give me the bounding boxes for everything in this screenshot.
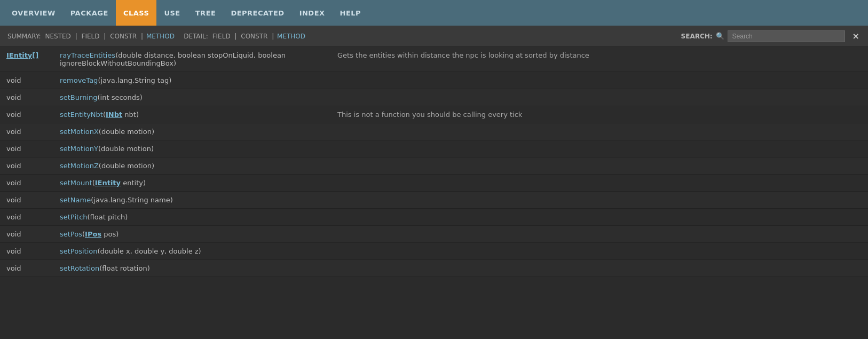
table-row: IEntity[]rayTraceEntities(double distanc…: [0, 47, 868, 72]
description-cell: [331, 140, 868, 157]
param-type-link[interactable]: INbt: [106, 111, 122, 119]
table-row: voidsetName(java.lang.String name): [0, 192, 868, 209]
method-params: (double motion): [98, 145, 154, 153]
return-type-cell: void: [0, 106, 53, 123]
description-cell: [331, 260, 868, 277]
method-sig-cell: setEntityNbt(INbt nbt): [53, 106, 331, 123]
return-type-cell: void: [0, 175, 53, 192]
detail-method[interactable]: METHOD: [277, 33, 305, 40]
second-bar: SUMMARY: NESTED | FIELD | CONSTR | METHO…: [0, 26, 868, 47]
method-params: (float rotation): [99, 264, 149, 272]
return-type-cell: void: [0, 123, 53, 140]
method-link[interactable]: setMount: [60, 179, 92, 187]
return-type-cell: void: [0, 209, 53, 226]
top-navigation: OVERVIEW PACKAGE CLASS USE TREE DEPRECAT…: [0, 0, 868, 26]
nav-help[interactable]: HELP: [333, 0, 369, 26]
method-params: (java.lang.String tag): [98, 76, 171, 84]
description-cell: [331, 243, 868, 260]
nav-use[interactable]: USE: [156, 0, 187, 26]
method-params-post: entity): [121, 179, 146, 187]
search-input[interactable]: [728, 30, 845, 42]
summary-nested: NESTED: [45, 33, 71, 40]
description-cell: [331, 226, 868, 243]
description-cell: [331, 157, 868, 175]
table-row: voidsetMotionY(double motion): [0, 140, 868, 157]
method-link[interactable]: removeTag: [60, 76, 98, 84]
table-row: voidsetBurning(int seconds): [0, 89, 868, 106]
description-cell: [331, 209, 868, 226]
table-row: voidremoveTag(java.lang.String tag): [0, 72, 868, 89]
method-params: (double x, double y, double z): [97, 247, 201, 255]
summary-navigation: SUMMARY: NESTED | FIELD | CONSTR | METHO…: [6, 33, 305, 40]
summary-label: SUMMARY:: [7, 33, 41, 40]
table-row: voidsetMotionZ(double motion): [0, 157, 868, 175]
description-cell: [331, 192, 868, 209]
method-params: (double motion): [99, 128, 154, 136]
search-icon: 🔍: [716, 32, 724, 40]
nav-index[interactable]: INDEX: [292, 0, 333, 26]
method-link[interactable]: setMotionZ: [60, 162, 99, 170]
description-cell: [331, 89, 868, 106]
detail-field: FIELD: [212, 33, 231, 40]
table-row: voidsetEntityNbt(INbt nbt)This is not a …: [0, 106, 868, 123]
method-link[interactable]: setRotation: [60, 264, 99, 272]
param-type-link[interactable]: IEntity: [95, 179, 121, 187]
method-link[interactable]: setMotionX: [60, 128, 99, 136]
method-params: (float pitch): [88, 213, 128, 221]
method-params-post: nbt): [122, 111, 139, 119]
method-sig-cell: setPitch(float pitch): [53, 209, 331, 226]
method-sig-cell: setMount(IEntity entity): [53, 175, 331, 192]
method-link[interactable]: setMotionY: [60, 145, 98, 153]
return-type-cell: void: [0, 260, 53, 277]
description-cell: Gets the entities within distance the np…: [331, 47, 868, 72]
detail-label: DETAIL:: [184, 33, 208, 40]
method-link[interactable]: setEntityNbt: [60, 111, 103, 119]
method-link[interactable]: rayTraceEntities: [60, 51, 115, 59]
description-cell: [331, 175, 868, 192]
method-link[interactable]: setName: [60, 196, 91, 204]
table-row: voidsetRotation(float rotation): [0, 260, 868, 277]
method-link[interactable]: setPos: [60, 230, 82, 238]
method-params-post: pos): [101, 230, 119, 238]
nav-class[interactable]: CLASS: [116, 0, 157, 26]
description-cell: [331, 123, 868, 140]
nav-tree[interactable]: TREE: [188, 0, 224, 26]
nav-package[interactable]: PACKAGE: [63, 0, 116, 26]
return-type-cell: IEntity[]: [0, 47, 53, 72]
method-params: (java.lang.String name): [91, 196, 173, 204]
method-sig-cell: setPosition(double x, double y, double z…: [53, 243, 331, 260]
summary-field: FIELD: [82, 33, 100, 40]
return-type-cell: void: [0, 140, 53, 157]
nav-overview[interactable]: OVERVIEW: [4, 0, 63, 26]
method-link[interactable]: setPosition: [60, 247, 97, 255]
method-table: IEntity[]rayTraceEntities(double distanc…: [0, 47, 868, 277]
return-type-cell: void: [0, 192, 53, 209]
method-sig-cell: removeTag(java.lang.String tag): [53, 72, 331, 89]
summary-method[interactable]: METHOD: [146, 33, 175, 40]
method-table-area: IEntity[]rayTraceEntities(double distanc…: [0, 47, 868, 339]
method-sig-cell: setMotionX(double motion): [53, 123, 331, 140]
type-link[interactable]: IEntity[]: [6, 51, 38, 59]
return-type-cell: void: [0, 89, 53, 106]
method-link[interactable]: setBurning: [60, 93, 97, 101]
method-link[interactable]: setPitch: [60, 213, 88, 221]
detail-constr: CONSTR: [241, 33, 267, 40]
return-type-cell: void: [0, 157, 53, 175]
return-type-cell: void: [0, 243, 53, 260]
search-box: SEARCH: 🔍 ×: [681, 30, 862, 42]
description-cell: [331, 72, 868, 89]
table-row: voidsetPitch(float pitch): [0, 209, 868, 226]
description-cell: This is not a function you should be cal…: [331, 106, 868, 123]
param-type-link[interactable]: IPos: [85, 230, 101, 238]
nav-deprecated[interactable]: DEPRECATED: [223, 0, 291, 26]
method-sig-cell: setBurning(int seconds): [53, 89, 331, 106]
search-clear-button[interactable]: ×: [850, 31, 862, 41]
table-row: voidsetMount(IEntity entity): [0, 175, 868, 192]
table-row: voidsetPosition(double x, double y, doub…: [0, 243, 868, 260]
method-sig-cell: setRotation(float rotation): [53, 260, 331, 277]
method-sig-cell: setName(java.lang.String name): [53, 192, 331, 209]
method-sig-cell: rayTraceEntities(double distance, boolea…: [53, 47, 331, 72]
search-label: SEARCH:: [681, 33, 713, 40]
method-sig-cell: setMotionZ(double motion): [53, 157, 331, 175]
return-type-cell: void: [0, 72, 53, 89]
